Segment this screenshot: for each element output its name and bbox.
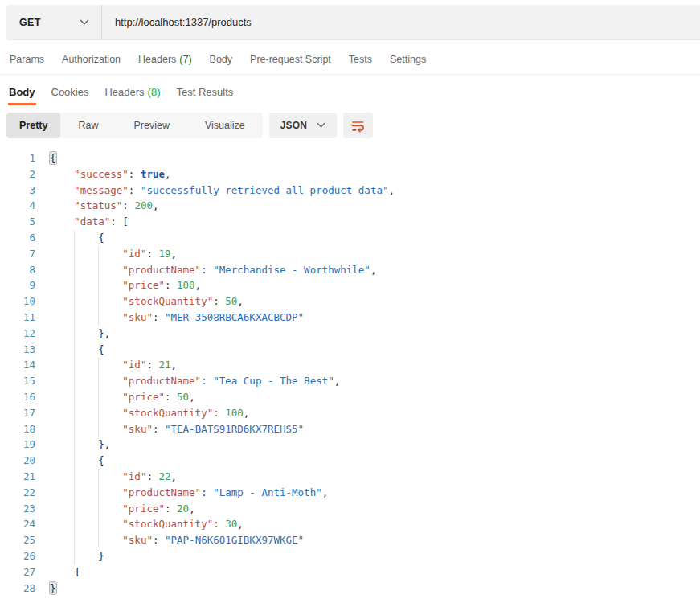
- indent-guide: [74, 548, 75, 564]
- chevron-down-icon: [80, 19, 89, 26]
- indent-guide: [98, 310, 99, 326]
- tab-settings[interactable]: Settings: [390, 54, 426, 65]
- code-line: 2 "success": true,: [0, 166, 700, 183]
- indent-guide: [74, 389, 75, 405]
- indent-guide: [98, 421, 99, 437]
- indent-guide: [74, 310, 75, 326]
- language-dropdown[interactable]: JSON: [269, 113, 337, 138]
- tab-response-headers[interactable]: Headers (8): [104, 78, 161, 105]
- wrap-lines-button[interactable]: [343, 113, 373, 138]
- code-line: 14 "id": 21,: [0, 357, 700, 373]
- code-line: 23 "price": 20,: [0, 501, 700, 517]
- view-pretty-button[interactable]: Pretty: [6, 113, 60, 138]
- code-line: 4 "status": 200,: [0, 198, 700, 214]
- line-number: 25: [0, 532, 35, 548]
- response-view-toolbar: Pretty Raw Preview Visualize JSON: [0, 113, 700, 138]
- indent-guide: [74, 453, 75, 469]
- code-line: 7 "id": 19,: [0, 246, 700, 262]
- indent-guide: [74, 469, 75, 485]
- code-line: 20 {: [0, 453, 700, 469]
- method-dropdown[interactable]: GET: [6, 5, 102, 39]
- url-bar: GET: [6, 5, 700, 40]
- response-editor[interactable]: 1{2 "success": true,3 "message": "succes…: [0, 148, 700, 599]
- indent-guide: [98, 277, 99, 293]
- indent-guide: [74, 421, 75, 437]
- line-number: 22: [0, 485, 35, 501]
- code-line: 1{: [0, 150, 700, 166]
- code-line: 16 "price": 50,: [0, 389, 700, 405]
- indent-guide: [74, 230, 75, 246]
- indent-guide: [74, 293, 75, 310]
- line-number: 4: [0, 198, 35, 214]
- indent-guide: [98, 405, 99, 421]
- code-line: 19 },: [0, 437, 700, 453]
- tab-request-headers[interactable]: Headers (7): [138, 54, 192, 65]
- indent-guide: [98, 357, 99, 373]
- line-number: 24: [0, 516, 35, 532]
- line-number: 8: [0, 262, 35, 278]
- indent-guide: [74, 326, 75, 342]
- indent-guide: [74, 373, 75, 389]
- line-number: 2: [0, 166, 35, 183]
- tab-request-body[interactable]: Body: [210, 54, 233, 65]
- code-line: 21 "id": 22,: [0, 469, 700, 485]
- indent-guide: [98, 501, 99, 517]
- line-number: 15: [0, 373, 35, 389]
- indent-guide: [74, 532, 75, 548]
- method-label: GET: [19, 17, 41, 28]
- code-line: 27 ]: [0, 564, 700, 581]
- line-number: 10: [0, 293, 35, 310]
- tab-cookies[interactable]: Cookies: [51, 78, 90, 105]
- indent-guide: [98, 262, 99, 278]
- tab-response-body[interactable]: Body: [8, 78, 36, 105]
- code-line: 22 "productName": "Lamp - Anti-Moth",: [0, 485, 700, 501]
- code-line: 18 "sku": "TEA-BATS91RD6KX7REHS5": [0, 421, 700, 437]
- tab-tests[interactable]: Tests: [349, 54, 372, 65]
- code-line: 8 "productName": "Merchandise - Worthwhi…: [0, 262, 700, 278]
- indent-guide: [74, 342, 75, 358]
- chevron-down-icon: [317, 122, 325, 129]
- tab-test-results[interactable]: Test Results: [176, 78, 235, 105]
- code-line: 17 "stockQuantity": 100,: [0, 405, 700, 421]
- language-label: JSON: [280, 120, 307, 131]
- line-number: 21: [0, 469, 35, 485]
- code-line: 3 "message": "successfully retrieved all…: [0, 183, 700, 199]
- line-number: 14: [0, 357, 35, 373]
- request-tabs: Params Authorization Headers (7) Body Pr…: [0, 44, 700, 75]
- indent-guide: [98, 373, 99, 389]
- view-mode-segmented-control: Pretty Raw Preview Visualize: [6, 113, 263, 138]
- line-number: 23: [0, 501, 35, 517]
- line-number: 9: [0, 277, 35, 293]
- code-line: 12 },: [0, 326, 700, 342]
- code-line: 24 "stockQuantity": 30,: [0, 516, 700, 532]
- indent-guide: [98, 293, 99, 310]
- code-line: 6 {: [0, 230, 700, 246]
- indent-guide: [74, 405, 75, 421]
- indent-guide: [74, 277, 75, 293]
- line-number: 3: [0, 183, 35, 199]
- line-number: 18: [0, 421, 35, 437]
- view-visualize-button[interactable]: Visualize: [187, 113, 263, 138]
- view-preview-button[interactable]: Preview: [116, 113, 186, 138]
- line-number: 19: [0, 437, 35, 453]
- url-input[interactable]: [102, 5, 700, 39]
- line-number: 11: [0, 310, 35, 326]
- tab-authorization[interactable]: Authorization: [62, 54, 121, 65]
- response-tabs: Body Cookies Headers (8) Test Results: [0, 78, 700, 105]
- indent-guide: [74, 437, 75, 453]
- code-line: 28}: [0, 581, 700, 597]
- line-number: 12: [0, 326, 35, 342]
- line-number: 20: [0, 453, 35, 469]
- indent-guide: [74, 246, 75, 262]
- indent-guide: [74, 516, 75, 532]
- view-raw-button[interactable]: Raw: [60, 113, 116, 138]
- tab-prerequest-script[interactable]: Pre-request Script: [250, 54, 331, 65]
- code-line: 10 "stockQuantity": 50,: [0, 293, 700, 310]
- code-line: 25 "sku": "PAP-N6K6O1GIBKX97WKGE": [0, 532, 700, 548]
- indent-guide: [98, 389, 99, 405]
- line-number: 13: [0, 342, 35, 358]
- line-number: 6: [0, 230, 35, 246]
- code-line: 13 {: [0, 342, 700, 358]
- line-number: 17: [0, 405, 35, 421]
- tab-params[interactable]: Params: [10, 54, 44, 65]
